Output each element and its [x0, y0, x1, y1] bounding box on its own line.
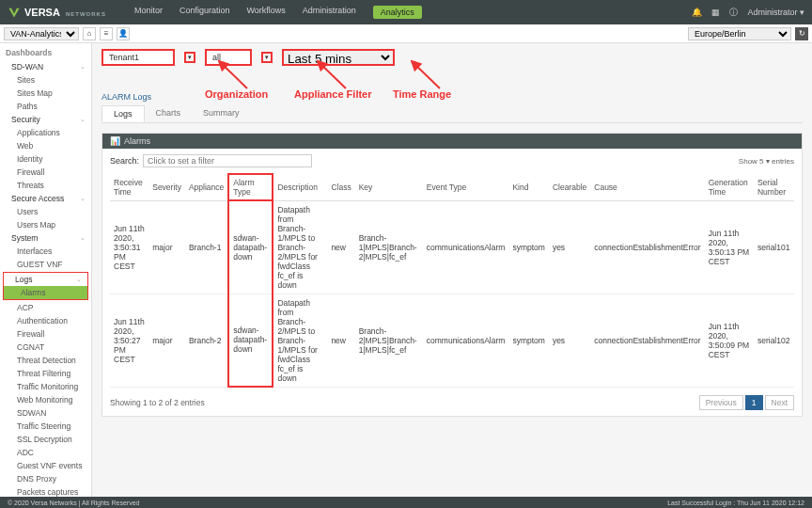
appliance-caret[interactable]: ▾ [261, 52, 273, 63]
alarms-panel: 📊 Alarms Search: Show 5 ▾ entries Receiv… [102, 133, 803, 417]
search-label: Search: [110, 156, 139, 166]
sidebar-users-map[interactable]: Users Map [0, 218, 91, 231]
pager: Showing 1 to 2 of 2 entries Previous 1 N… [110, 395, 794, 410]
col-description[interactable]: Description [273, 174, 327, 200]
table-row[interactable]: Jun 11th 2020, 3:50:27 PM CEST major Bra… [110, 294, 794, 387]
sidebar-users[interactable]: Users [0, 205, 91, 218]
logo-icon [8, 6, 21, 19]
top-right: 🔔 ▦ ⓘ Administrator ▾ [692, 7, 804, 19]
col-event-type[interactable]: Event Type [423, 174, 509, 200]
footer-copyright: © 2020 Versa Networks | All Rights Reser… [8, 500, 139, 506]
sidebar-traffic-monitoring[interactable]: Traffic Monitoring [0, 380, 91, 393]
col-serial[interactable]: Serial Number [754, 174, 794, 200]
sidebar-web-monitoring[interactable]: Web Monitoring [0, 393, 91, 406]
show-entries[interactable]: Show 5 ▾ entries [739, 157, 794, 166]
sidebar-alarms[interactable]: Alarms [4, 286, 87, 299]
nav-analytics[interactable]: Analytics [373, 6, 422, 19]
col-generation-time[interactable]: Generation Time [705, 174, 754, 200]
time-range-filter[interactable]: Last 5 mins [282, 49, 395, 66]
panel-title: Alarms [124, 136, 150, 146]
tab-charts[interactable]: Charts [145, 105, 193, 122]
alarms-table: Receive Time Severity Appliance Alarm Ty… [110, 173, 794, 388]
col-clearable[interactable]: Clearable [549, 174, 590, 200]
timezone-select[interactable]: Europe/Berlin [688, 27, 791, 40]
chart-icon: 📊 [110, 136, 120, 146]
panel-header: 📊 Alarms [102, 134, 802, 149]
sidebar-security[interactable]: Security⌄ [0, 113, 91, 126]
col-class[interactable]: Class [327, 174, 354, 200]
top-nav: Monitor Configuration Workflows Administ… [134, 6, 422, 19]
org-caret[interactable]: ▾ [184, 52, 195, 63]
sidebar-dns-proxy[interactable]: DNS Proxy [0, 472, 91, 485]
org-filter[interactable]: Tenant1 [102, 49, 175, 66]
nav-workflows[interactable]: Workflows [246, 6, 285, 19]
admin-menu[interactable]: Administrator ▾ [747, 8, 804, 17]
sidebar-logs[interactable]: Logs⌄ [4, 273, 87, 286]
sidebar-paths[interactable]: Paths [0, 100, 91, 113]
sidebar-system[interactable]: System⌄ [0, 231, 91, 245]
sidebar-authentication[interactable]: Authentication [0, 314, 91, 327]
sidebar-adc[interactable]: ADC [0, 446, 91, 459]
filter-bar: Tenant1 ▾ all ▾ Last 5 mins [102, 49, 803, 66]
nav-monitor[interactable]: Monitor [134, 6, 163, 19]
sidebar-guest-vnf-events[interactable]: Guest VNF events [0, 459, 91, 472]
nav-configuration[interactable]: Configuration [180, 6, 230, 19]
appliance-filter[interactable]: all [205, 49, 252, 66]
sidebar-dashboards-header: Dashboards [0, 45, 91, 60]
pager-next[interactable]: Next [765, 395, 794, 410]
annotation-org: Organization [205, 88, 268, 100]
brand-logo: VERSA NETWORKS [8, 6, 106, 19]
sidebar-threat-filtering[interactable]: Threat Filtering [0, 367, 91, 380]
col-receive-time[interactable]: Receive Time [110, 174, 148, 200]
sidebar: Dashboards SD-WAN⌄ Sites Sites Map Paths… [0, 43, 92, 497]
col-kind[interactable]: Kind [508, 174, 548, 200]
footer-last-login: Last Successful Login : Thu Jun 11 2020 … [667, 500, 804, 506]
main-content: Tenant1 ▾ all ▾ Last 5 mins Organization… [92, 43, 812, 497]
list-icon[interactable]: ≡ [100, 27, 113, 40]
col-appliance[interactable]: Appliance [185, 174, 228, 200]
sidebar-traffic-steering[interactable]: Traffic Steering [0, 420, 91, 433]
tab-logs[interactable]: Logs [102, 105, 145, 122]
home-icon[interactable]: ⌂ [83, 27, 96, 40]
annotation-range: Time Range [393, 88, 451, 100]
user-icon[interactable]: 👤 [117, 27, 130, 40]
col-severity[interactable]: Severity [148, 174, 185, 200]
sidebar-firewall-logs[interactable]: Firewall [0, 327, 91, 341]
sidebar-applications[interactable]: Applications [0, 126, 91, 139]
sidebar-secure-access[interactable]: Secure Access⌄ [0, 192, 91, 205]
info-icon[interactable]: ⓘ [729, 7, 738, 19]
sidebar-sites[interactable]: Sites [0, 73, 91, 87]
sidebar-interfaces[interactable]: Interfaces [0, 245, 91, 258]
table-row[interactable]: Jun 11th 2020, 3:50:31 PM CEST major Bra… [110, 200, 794, 294]
sidebar-threat-detection[interactable]: Threat Detection [0, 354, 91, 367]
subbar: VAN-Analytics-1 ⌂ ≡ 👤 Europe/Berlin ↻ [0, 24, 812, 43]
grid-icon[interactable]: ▦ [711, 8, 720, 17]
col-alarm-type[interactable]: Alarm Type [228, 174, 273, 200]
col-key[interactable]: Key [355, 174, 423, 200]
tab-summary[interactable]: Summary [192, 105, 251, 122]
instance-select[interactable]: VAN-Analytics-1 [4, 27, 79, 40]
notification-icon[interactable]: 🔔 [692, 8, 702, 17]
sidebar-ssl-decryption[interactable]: SSL Decryption [0, 433, 91, 446]
sidebar-packets-captures[interactable]: Packets captures [0, 485, 91, 497]
tabs: Logs Charts Summary [102, 105, 803, 123]
sidebar-sdwan-logs[interactable]: SDWAN [0, 406, 91, 420]
sidebar-sdwan[interactable]: SD-WAN⌄ [0, 60, 91, 73]
sidebar-guest-vnf[interactable]: GUEST VNF [0, 258, 91, 271]
sidebar-sites-map[interactable]: Sites Map [0, 87, 91, 100]
refresh-icon[interactable]: ↻ [795, 27, 808, 40]
sidebar-threats[interactable]: Threats [0, 179, 91, 192]
sidebar-firewall[interactable]: Firewall [0, 166, 91, 179]
topbar: VERSA NETWORKS Monitor Configuration Wor… [0, 0, 812, 24]
pager-page-1[interactable]: 1 [745, 395, 763, 410]
nav-administration[interactable]: Administration [303, 6, 356, 19]
sidebar-cgnat[interactable]: CGNAT [0, 341, 91, 354]
search-input[interactable] [143, 154, 312, 167]
pager-prev[interactable]: Previous [699, 395, 743, 410]
annotation-appliance: Appliance Filter [294, 88, 372, 100]
sidebar-identity[interactable]: Identity [0, 152, 91, 166]
sidebar-acp[interactable]: ACP [0, 301, 91, 314]
pager-info: Showing 1 to 2 of 2 entries [110, 398, 205, 407]
col-cause[interactable]: Cause [590, 174, 704, 200]
sidebar-web[interactable]: Web [0, 139, 91, 152]
